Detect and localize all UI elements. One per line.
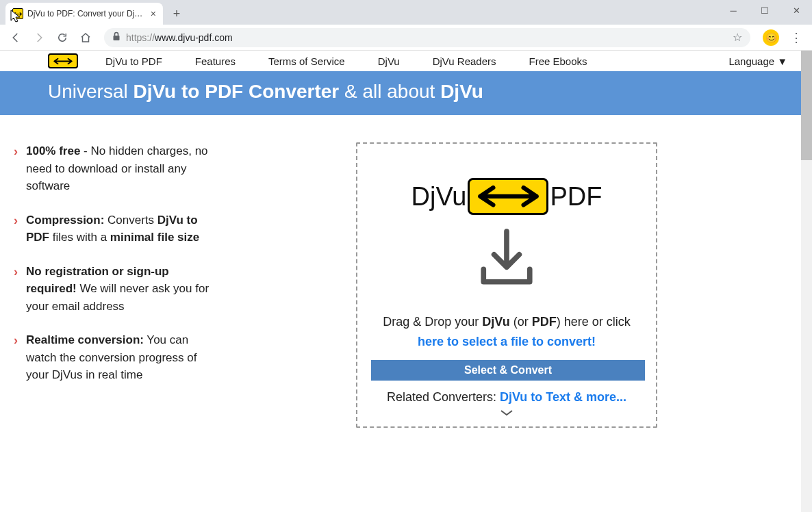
nav-ebooks[interactable]: Free Ebooks bbox=[529, 55, 587, 67]
language-selector[interactable]: Language ▼ bbox=[728, 55, 787, 67]
select-convert-button[interactable]: Select & Convert bbox=[371, 360, 645, 381]
feature-item: 100% free - No hidden charges, no need t… bbox=[14, 142, 212, 195]
profile-avatar[interactable]: 😊 bbox=[763, 29, 779, 46]
double-arrow-icon bbox=[468, 178, 548, 215]
banner-text-2: DjVu to PDF Converter bbox=[133, 81, 339, 102]
scrollbar-thumb[interactable] bbox=[801, 51, 812, 160]
forward-button[interactable] bbox=[29, 27, 49, 48]
url-text: https://www.djvu-pdf.com bbox=[126, 32, 727, 43]
related-converters: Related Converters: DjVu to Text & more.… bbox=[371, 390, 642, 405]
browser-menu-button[interactable]: ⋮ bbox=[786, 30, 807, 45]
nav-djvu-to-pdf[interactable]: DjVu to PDF bbox=[105, 55, 162, 67]
url-field[interactable]: https://www.djvu-pdf.com ☆ bbox=[104, 28, 750, 47]
feature-item: Compression: Converts DjVu to PDF files … bbox=[14, 212, 212, 246]
related-link[interactable]: DjVu to Text & more... bbox=[500, 390, 626, 404]
address-bar: https://www.djvu-pdf.com ☆ 😊 ⋮ bbox=[0, 25, 812, 51]
site-logo-icon[interactable] bbox=[48, 53, 78, 68]
page-viewport: DjVu to PDF Features Terms of Service Dj… bbox=[0, 51, 812, 512]
banner-text-1: Universal bbox=[48, 81, 133, 102]
converter-logo: DjVu PDF bbox=[371, 178, 642, 215]
site-nav: DjVu to PDF Features Terms of Service Dj… bbox=[0, 51, 801, 71]
banner-text-3: & all about bbox=[339, 81, 440, 102]
nav-djvu[interactable]: DjVu bbox=[378, 55, 400, 67]
bookmark-star-icon[interactable]: ☆ bbox=[733, 31, 742, 44]
back-button[interactable] bbox=[5, 27, 26, 48]
dropzone[interactable]: DjVu PDF bbox=[356, 142, 657, 428]
minimize-button[interactable]: ─ bbox=[718, 0, 749, 21]
hero-banner: Universal DjVu to PDF Converter & all ab… bbox=[0, 71, 801, 115]
svg-rect-0 bbox=[114, 36, 120, 40]
browser-tab[interactable]: DjVu to PDF: Convert your DjVus × bbox=[5, 3, 163, 25]
feature-item: Realtime conversion: You can watch the c… bbox=[14, 331, 212, 384]
language-label: Language bbox=[728, 55, 774, 67]
features-list: 100% free - No hidden charges, no need t… bbox=[14, 142, 212, 428]
expand-chevron-icon[interactable] bbox=[371, 407, 642, 420]
reload-button[interactable] bbox=[52, 27, 73, 48]
lock-icon bbox=[112, 31, 120, 43]
browser-tab-bar: DjVu to PDF: Convert your DjVus × + ─ ☐ … bbox=[0, 0, 812, 25]
logo-left-text: DjVu bbox=[411, 182, 467, 212]
home-button[interactable] bbox=[75, 27, 96, 48]
nav-features[interactable]: Features bbox=[195, 55, 236, 67]
related-label: Related Converters: bbox=[387, 390, 500, 404]
download-icon bbox=[371, 227, 642, 293]
select-file-link[interactable]: here to select a file to convert! bbox=[418, 335, 596, 348]
new-tab-button[interactable]: + bbox=[167, 4, 186, 23]
banner-text-4: DjVu bbox=[440, 81, 483, 102]
nav-terms[interactable]: Terms of Service bbox=[268, 55, 345, 67]
chevron-down-icon: ▼ bbox=[777, 55, 787, 67]
close-window-button[interactable]: ✕ bbox=[781, 0, 812, 21]
window-controls: ─ ☐ ✕ bbox=[718, 0, 812, 21]
feature-item: No registration or sign-up required! We … bbox=[14, 263, 212, 316]
maximize-button[interactable]: ☐ bbox=[749, 0, 781, 21]
nav-readers[interactable]: DjVu Readers bbox=[433, 55, 496, 67]
favicon-icon bbox=[12, 8, 23, 19]
main-content: 100% free - No hidden charges, no need t… bbox=[0, 115, 801, 428]
close-tab-icon[interactable]: × bbox=[151, 8, 156, 19]
logo-right-text: PDF bbox=[550, 182, 602, 212]
drop-instructions: Drag & Drop your DjVu (or PDF) here or c… bbox=[371, 312, 642, 352]
tab-title: DjVu to PDF: Convert your DjVus bbox=[27, 9, 147, 18]
